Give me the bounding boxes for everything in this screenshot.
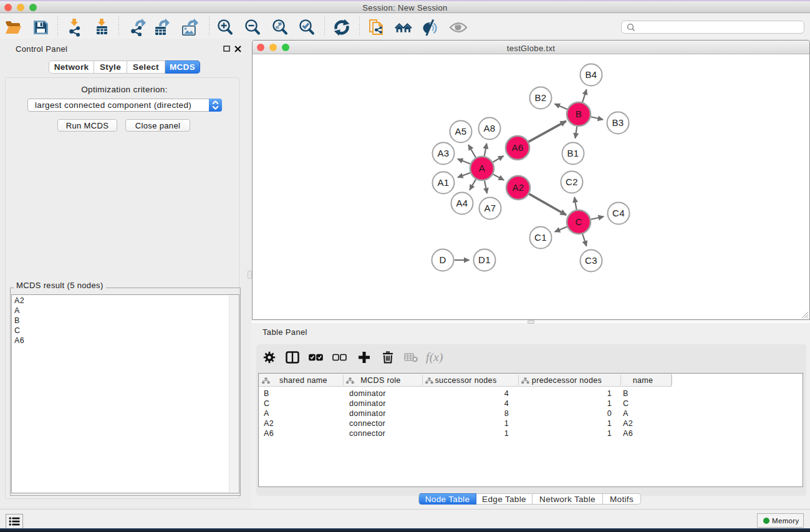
svg-text:C3: C3 [585,255,597,266]
svg-text:D1: D1 [478,254,491,265]
svg-text:A2: A2 [512,182,524,193]
svg-text:A5: A5 [455,126,466,137]
svg-text:D: D [439,254,446,265]
svg-text:C: C [575,216,582,227]
svg-text:A4: A4 [456,198,468,208]
svg-text:A7: A7 [484,203,496,213]
svg-text:A1: A1 [437,177,449,188]
svg-text:B4: B4 [585,69,597,80]
svg-text:B3: B3 [612,117,624,128]
svg-text:C4: C4 [612,208,625,218]
svg-text:C1: C1 [534,232,547,243]
svg-text:B2: B2 [534,92,546,103]
svg-text:B1: B1 [567,148,579,158]
svg-text:A3: A3 [437,148,449,158]
svg-text:A6: A6 [511,142,523,153]
svg-text:C2: C2 [566,177,578,187]
svg-text:B: B [576,109,582,119]
svg-text:A: A [479,163,485,173]
svg-text:A8: A8 [483,123,495,133]
